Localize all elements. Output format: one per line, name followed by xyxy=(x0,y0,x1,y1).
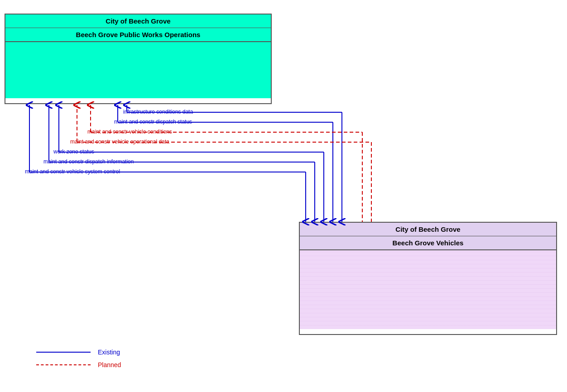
legend-existing-label: Existing xyxy=(98,349,120,356)
left-box-header-bottom: Beech Grove Public Works Operations xyxy=(5,28,271,42)
label-vehicle-conditions: maint and constr vehicle conditions xyxy=(87,129,172,135)
legend-existing: Existing xyxy=(36,349,121,356)
label-infrastructure-conditions: infrastructure conditions data xyxy=(123,109,193,115)
legend: Existing Planned xyxy=(36,349,121,374)
legend-planned-label: Planned xyxy=(98,361,121,368)
diagram-container: City of Beech Grove Beech Grove Public W… xyxy=(0,0,567,392)
left-box-body xyxy=(5,42,271,98)
label-vehicle-operational-data: maint and constr vehicle operational dat… xyxy=(70,139,169,145)
left-box-header-top: City of Beech Grove xyxy=(5,14,271,28)
legend-planned-line xyxy=(36,364,91,365)
legend-existing-line xyxy=(36,352,91,353)
left-box: City of Beech Grove Beech Grove Public W… xyxy=(5,14,272,104)
right-box-header-bottom: Beech Grove Vehicles xyxy=(300,236,556,250)
right-box: City of Beech Grove Beech Grove Vehicles xyxy=(299,222,557,335)
right-box-header-top: City of Beech Grove xyxy=(300,223,556,236)
label-dispatch-information: maint and constr dispatch information xyxy=(43,158,134,165)
label-vehicle-system-control: maint and constr vehicle system control xyxy=(25,168,120,175)
legend-planned: Planned xyxy=(36,361,121,368)
label-dispatch-status: maint and constr dispatch status xyxy=(114,119,192,125)
right-box-body xyxy=(300,250,556,329)
label-work-zone-status: work zone status xyxy=(53,148,94,155)
